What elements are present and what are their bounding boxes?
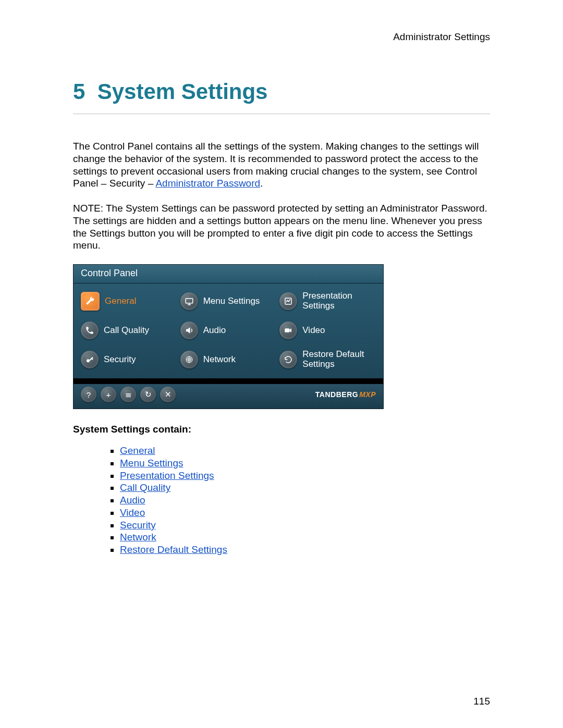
cp-item-presentation-settings[interactable]: PresentationSettings bbox=[279, 287, 376, 316]
cp-item-label: Video bbox=[302, 326, 325, 336]
cp-item-network[interactable]: Network bbox=[180, 345, 277, 374]
cp-item-menu-settings[interactable]: Menu Settings bbox=[180, 287, 277, 316]
list-item: Presentation Settings bbox=[120, 470, 490, 482]
brand-label: TANDBERGMXP bbox=[315, 390, 376, 399]
intro-text-pre: The Control Panel contains all the setti… bbox=[73, 141, 479, 189]
list-item: Restore Default Settings bbox=[120, 544, 490, 556]
list-item: General bbox=[120, 445, 490, 457]
cp-item-video[interactable]: Video bbox=[279, 316, 376, 345]
cp-item-label: PresentationSettings bbox=[302, 291, 352, 311]
chart-icon bbox=[279, 292, 297, 310]
header-right: Administrator Settings bbox=[73, 31, 490, 43]
plus-icon: + bbox=[106, 390, 111, 399]
control-panel-body: General Menu Settings PresentationSettin… bbox=[74, 283, 383, 378]
monitor-icon bbox=[180, 292, 198, 310]
cp-item-audio[interactable]: Audio bbox=[180, 316, 277, 345]
svg-point-3 bbox=[87, 359, 90, 362]
cp-item-label: Security bbox=[104, 355, 136, 365]
cp-item-label: Call Quality bbox=[104, 326, 149, 336]
question-icon: ? bbox=[87, 390, 91, 399]
camera-icon bbox=[279, 322, 297, 339]
list-item: Network bbox=[120, 531, 490, 544]
cp-item-label: General bbox=[105, 297, 136, 306]
close-button[interactable]: ✕ bbox=[160, 387, 176, 402]
chapter-number: 5 bbox=[73, 79, 85, 104]
list-item: Audio bbox=[120, 494, 490, 507]
cp-item-label: Audio bbox=[203, 326, 226, 336]
list-icon: ≣ bbox=[125, 390, 132, 399]
list-button[interactable]: ≣ bbox=[120, 387, 136, 402]
list-item: Menu Settings bbox=[120, 457, 490, 470]
cp-item-security[interactable]: Security bbox=[81, 345, 177, 374]
refresh-icon: ↻ bbox=[145, 390, 152, 399]
phone-icon bbox=[81, 322, 99, 339]
link-security[interactable]: Security bbox=[120, 520, 156, 530]
cp-item-label: Restore DefaultSettings bbox=[302, 350, 364, 369]
cp-item-restore-defaults[interactable]: Restore DefaultSettings bbox=[279, 345, 376, 374]
add-button[interactable]: + bbox=[101, 387, 116, 402]
link-restore-defaults[interactable]: Restore Default Settings bbox=[120, 544, 227, 555]
page: Administrator Settings 5 System Settings… bbox=[0, 0, 563, 728]
intro-text-post: . bbox=[260, 178, 263, 189]
cp-item-general[interactable]: General bbox=[81, 287, 177, 316]
svg-rect-2 bbox=[285, 328, 290, 332]
cp-item-label: Network bbox=[203, 355, 236, 365]
link-menu-settings[interactable]: Menu Settings bbox=[120, 458, 183, 468]
refresh-button[interactable]: ↻ bbox=[140, 387, 156, 402]
speaker-icon bbox=[180, 322, 198, 339]
cp-item-call-quality[interactable]: Call Quality bbox=[81, 316, 177, 345]
restore-icon bbox=[279, 351, 297, 368]
link-presentation-settings[interactable]: Presentation Settings bbox=[120, 470, 214, 481]
wrench-icon bbox=[81, 292, 100, 311]
chapter-title: System Settings bbox=[97, 79, 268, 104]
key-icon bbox=[81, 351, 99, 368]
heading-rule bbox=[73, 114, 490, 114]
help-button[interactable]: ? bbox=[81, 387, 96, 402]
svg-rect-0 bbox=[186, 299, 193, 303]
link-network[interactable]: Network bbox=[120, 532, 156, 542]
control-panel-screenshot: Control Panel General Menu Settings bbox=[73, 264, 384, 409]
link-video[interactable]: Video bbox=[120, 507, 145, 518]
list-heading: System Settings contain: bbox=[73, 424, 490, 435]
brand-name: TANDBERG bbox=[315, 390, 358, 399]
link-audio[interactable]: Audio bbox=[120, 495, 145, 505]
control-panel-bottombar: ? + ≣ ↻ ✕ TANDBERGMXP bbox=[74, 378, 383, 409]
cp-item-label: Menu Settings bbox=[203, 297, 260, 306]
admin-password-link[interactable]: Administrator Password bbox=[155, 178, 260, 189]
list-item: Video bbox=[120, 507, 490, 519]
intro-paragraph-2: NOTE: The System Settings can be passwor… bbox=[73, 202, 490, 252]
page-number: 115 bbox=[473, 696, 490, 707]
link-general[interactable]: General bbox=[120, 445, 155, 456]
list-item: Security bbox=[120, 519, 490, 532]
list-item: Call Quality bbox=[120, 482, 490, 494]
settings-link-list: General Menu Settings Presentation Setti… bbox=[73, 445, 490, 556]
close-icon: ✕ bbox=[165, 390, 172, 399]
web-icon bbox=[180, 351, 198, 368]
control-panel-actions: ? + ≣ ↻ ✕ bbox=[81, 387, 176, 402]
brand-suffix: MXP bbox=[359, 390, 376, 399]
control-panel-title: Control Panel bbox=[74, 265, 383, 283]
intro-paragraph-1: The Control Panel contains all the setti… bbox=[73, 140, 490, 190]
chapter-heading: 5 System Settings bbox=[73, 79, 490, 104]
link-call-quality[interactable]: Call Quality bbox=[120, 482, 170, 493]
control-panel-grid: General Menu Settings PresentationSettin… bbox=[81, 287, 376, 374]
